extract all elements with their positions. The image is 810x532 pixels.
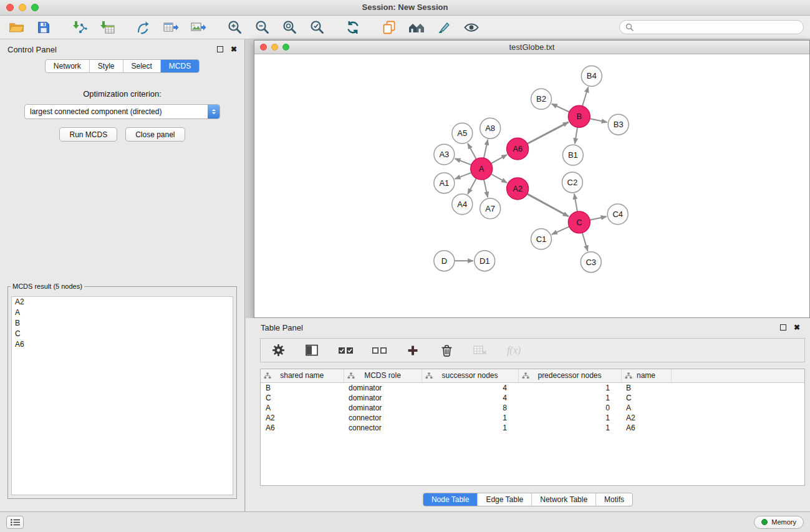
graph-node-C3[interactable]: C3: [581, 252, 601, 273]
import-network-button[interactable]: [70, 18, 90, 37]
column-header-MCDS-role[interactable]: MCDS role: [344, 369, 422, 382]
graph-edge-C-C2[interactable]: [574, 194, 577, 211]
graph-node-A2[interactable]: A2: [507, 178, 529, 200]
graph-edge-A-A4[interactable]: [468, 178, 476, 194]
graph-node-A8[interactable]: A8: [480, 118, 501, 138]
close-window-button[interactable]: [6, 4, 14, 11]
copy-documents-button[interactable]: [379, 18, 399, 37]
graph-edge-C-C1[interactable]: [552, 226, 569, 234]
column-header-name[interactable]: name: [621, 369, 671, 382]
maximize-window-button[interactable]: [31, 4, 39, 11]
graph-node-B1[interactable]: B1: [562, 145, 583, 165]
export-table-button[interactable]: [161, 18, 181, 37]
network-maximize-button[interactable]: [282, 44, 289, 51]
export-image-button[interactable]: [188, 18, 208, 37]
table-cell[interactable]: B: [621, 382, 671, 393]
table-cell[interactable]: 4: [422, 393, 518, 403]
table-cell[interactable]: C: [261, 393, 344, 403]
table-cell[interactable]: dominator: [344, 393, 422, 403]
float-panel-icon[interactable]: [217, 46, 223, 52]
table-row[interactable]: Bdominator41B: [261, 382, 804, 393]
minimize-window-button[interactable]: [19, 4, 26, 11]
paintbrush-button[interactable]: [434, 18, 454, 37]
table-cell[interactable]: 1: [422, 423, 518, 433]
table-float-panel-icon[interactable]: [780, 324, 786, 331]
zoom-in-button[interactable]: [224, 18, 244, 37]
tab-motifs[interactable]: Motifs: [595, 493, 632, 506]
graph-node-A6[interactable]: A6: [507, 138, 529, 160]
graph-node-C2[interactable]: C2: [562, 172, 582, 193]
graph-edge-B-B4[interactable]: [582, 87, 588, 107]
table-cell[interactable]: 8: [422, 403, 518, 413]
tab-select[interactable]: Select: [123, 60, 160, 72]
table-cell[interactable]: A6: [621, 423, 671, 433]
close-panel-button[interactable]: Close panel: [125, 127, 185, 142]
graph-edge-B-B2[interactable]: [552, 104, 569, 112]
search-input[interactable]: [637, 23, 798, 32]
table-cell[interactable]: 1: [422, 413, 518, 423]
graph-node-B4[interactable]: B4: [581, 65, 602, 86]
table-cell[interactable]: 1: [518, 382, 621, 393]
graph-node-A7[interactable]: A7: [480, 198, 501, 219]
table-cell[interactable]: 1: [518, 423, 621, 433]
table-cell[interactable]: B: [261, 382, 344, 393]
tab-network[interactable]: Network: [46, 60, 89, 72]
graph-node-C1[interactable]: C1: [531, 229, 552, 249]
mcds-result-item[interactable]: C: [12, 329, 233, 339]
graph-edge-A2-C[interactable]: [527, 194, 568, 216]
tab-node-table[interactable]: Node Table: [423, 493, 478, 506]
graph-node-D1[interactable]: D1: [475, 251, 495, 271]
close-panel-icon[interactable]: ✖: [231, 46, 237, 52]
graph-node-D[interactable]: D: [434, 251, 455, 271]
graph-edge-B-B3[interactable]: [590, 118, 607, 122]
open-folder-button[interactable]: [6, 18, 26, 37]
mcds-result-item[interactable]: B: [12, 318, 233, 329]
mcds-result-item[interactable]: A6: [12, 339, 233, 350]
zoom-out-button[interactable]: [252, 18, 272, 37]
add-column-button[interactable]: [403, 341, 423, 360]
graph-node-A5[interactable]: A5: [452, 123, 473, 143]
graph-node-A[interactable]: A: [471, 158, 493, 180]
zoom-fit-button[interactable]: [279, 18, 299, 37]
graph-edge-A-A3[interactable]: [455, 158, 471, 165]
graph-node-A4[interactable]: A4: [452, 194, 473, 215]
graph-node-B2[interactable]: B2: [531, 89, 552, 109]
mcds-result-item[interactable]: A: [12, 307, 233, 318]
tab-edge-table[interactable]: Edge Table: [477, 493, 531, 506]
houses-button[interactable]: [407, 18, 427, 37]
table-cell[interactable]: A6: [261, 423, 344, 433]
table-cell[interactable]: A2: [261, 413, 344, 423]
run-mcds-button[interactable]: Run MCDS: [59, 127, 117, 142]
graph-node-A1[interactable]: A1: [434, 173, 455, 193]
table-row[interactable]: Adominator80A: [261, 403, 804, 413]
table-cell[interactable]: 4: [422, 382, 518, 393]
graph-node-C[interactable]: C: [568, 211, 590, 233]
column-header-shared-name[interactable]: shared name: [261, 369, 344, 382]
clear-all-button[interactable]: [369, 341, 389, 360]
table-row[interactable]: Cdominator41C: [261, 393, 804, 403]
network-canvas[interactable]: B4B2BB3A8A5A6A3B1AA1C2A2A4A7C4CC1C3DD1: [254, 55, 809, 317]
network-close-button[interactable]: [260, 44, 267, 51]
graph-node-C4[interactable]: C4: [607, 204, 628, 225]
table-cell[interactable]: connector: [344, 413, 422, 423]
graph-node-A3[interactable]: A3: [434, 144, 455, 165]
mcds-result-item[interactable]: A2: [12, 297, 233, 307]
network-minimize-button[interactable]: [271, 44, 278, 51]
table-cell[interactable]: A: [621, 403, 671, 413]
table-cell[interactable]: dominator: [344, 382, 422, 393]
graph-edge-C-C4[interactable]: [590, 216, 607, 220]
search-box[interactable]: [619, 20, 804, 34]
table-cell[interactable]: A2: [621, 413, 671, 423]
tab-network-table[interactable]: Network Table: [531, 493, 595, 506]
table-cell[interactable]: A: [261, 403, 344, 413]
graph-edge-A-A2[interactable]: [491, 174, 507, 183]
eye-button[interactable]: [461, 18, 481, 37]
graph-node-B[interactable]: B: [568, 105, 590, 127]
column-header-successor-nodes[interactable]: successor nodes: [422, 369, 518, 382]
columns-button[interactable]: [302, 341, 322, 360]
save-button[interactable]: [34, 18, 54, 37]
tab-mcds[interactable]: MCDS: [160, 60, 199, 72]
table-cell[interactable]: 1: [518, 393, 621, 403]
network-window-titlebar[interactable]: testGlobe.txt: [254, 41, 809, 54]
table-cell[interactable]: connector: [344, 423, 422, 433]
